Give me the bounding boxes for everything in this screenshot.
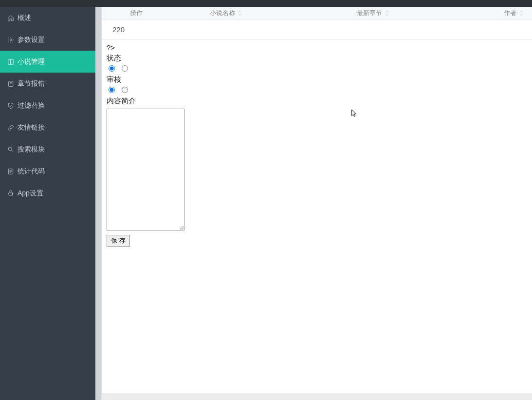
bottom-scrollbar[interactable] xyxy=(102,393,532,400)
save-button[interactable]: 保 存 xyxy=(107,235,130,247)
sort-icon xyxy=(385,10,389,16)
audit-label: 审核 xyxy=(107,75,527,84)
status-label: 状态 xyxy=(107,54,527,63)
app-layout: 概述 参数设置 小说管理 章节报错 过滤替换 xyxy=(0,7,532,400)
column-label: 作者 xyxy=(504,9,516,18)
synopsis-label: 内容简介 xyxy=(107,96,527,106)
gear-icon xyxy=(7,37,15,43)
gutter xyxy=(95,7,101,400)
sidebar-item-app-settings[interactable]: App设置 xyxy=(0,182,95,204)
sidebar-item-analytics-code[interactable]: 统计代码 xyxy=(0,160,95,182)
column-label: 操作 xyxy=(130,9,143,18)
audit-radio-2[interactable] xyxy=(122,87,128,93)
sidebar-item-label: 小说管理 xyxy=(18,57,45,66)
column-latest-chapter[interactable]: 最新章节 xyxy=(357,7,389,19)
table-row-number: 220 xyxy=(102,20,532,39)
sidebar-item-label: 概述 xyxy=(18,14,31,22)
svg-rect-4 xyxy=(9,192,13,195)
column-author[interactable]: 作者 xyxy=(504,7,523,19)
sidebar-item-chapter-errors[interactable]: 章节报错 xyxy=(0,73,95,95)
synopsis-textarea[interactable] xyxy=(107,109,184,230)
status-radio-1[interactable] xyxy=(109,65,115,72)
android-icon xyxy=(7,190,15,197)
raw-output: ?> xyxy=(107,43,527,52)
svg-point-0 xyxy=(10,39,12,41)
column-label: 最新章节 xyxy=(357,9,382,18)
audit-radio-1[interactable] xyxy=(109,87,115,93)
sidebar-item-label: App设置 xyxy=(18,189,43,198)
sidebar-item-settings[interactable]: 参数设置 xyxy=(0,29,95,51)
sidebar-item-search-module[interactable]: 搜索模块 xyxy=(0,138,95,160)
audit-radio-group xyxy=(109,86,527,95)
status-radio-2[interactable] xyxy=(122,65,128,72)
sidebar-item-overview[interactable]: 概述 xyxy=(0,7,95,29)
sidebar-item-label: 友情链接 xyxy=(18,123,45,132)
svg-point-2 xyxy=(8,147,12,151)
row-number-value: 220 xyxy=(112,25,125,34)
sidebar-item-label: 过滤替换 xyxy=(18,101,45,110)
status-radio-group xyxy=(109,65,527,73)
sidebar-item-label: 参数设置 xyxy=(18,36,45,44)
sidebar-item-label: 章节报错 xyxy=(18,79,45,88)
link-icon xyxy=(7,124,15,131)
search-icon xyxy=(7,146,15,153)
main-panel: 操作 小说名称 最新章节 作者 xyxy=(101,7,532,400)
column-name[interactable]: 小说名称 xyxy=(210,7,242,19)
sidebar-item-friend-links[interactable]: 友情链接 xyxy=(0,116,95,138)
column-label: 小说名称 xyxy=(210,9,235,18)
alert-icon xyxy=(7,80,15,87)
sidebar-item-label: 搜索模块 xyxy=(18,145,45,154)
column-ops[interactable]: 操作 xyxy=(130,7,143,19)
table-header: 操作 小说名称 最新章节 作者 xyxy=(102,7,532,20)
sidebar-item-label: 统计代码 xyxy=(18,167,45,176)
home-icon xyxy=(7,15,15,21)
sidebar-item-filter-replace[interactable]: 过滤替换 xyxy=(0,95,95,116)
sort-icon xyxy=(519,10,523,16)
topbar xyxy=(0,0,532,7)
shield-icon xyxy=(7,102,15,109)
sort-icon xyxy=(238,10,242,16)
sidebar: 概述 参数设置 小说管理 章节报错 过滤替换 xyxy=(0,7,95,400)
sidebar-item-novels[interactable]: 小说管理 xyxy=(0,51,95,73)
book-icon xyxy=(7,58,15,65)
chart-icon xyxy=(7,168,15,175)
edit-form: ?> 状态 审核 内容简介 保 存 xyxy=(102,39,532,250)
